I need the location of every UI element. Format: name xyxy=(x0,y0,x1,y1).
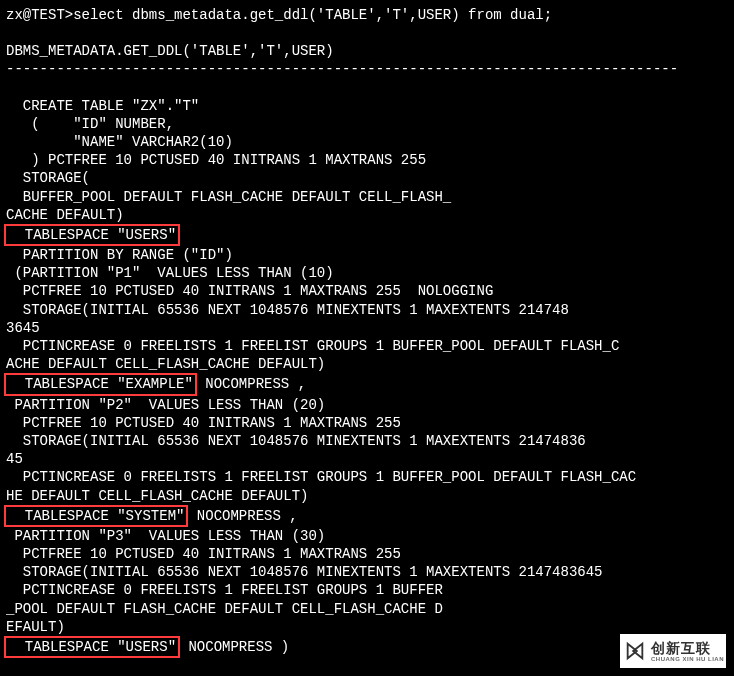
ddl-line: STORAGE(INITIAL 65536 NEXT 1048576 MINEX… xyxy=(6,432,728,450)
ddl-line: 3645 xyxy=(6,319,728,337)
watermark-text-pinyin: CHUANG XIN HU LIAN xyxy=(651,656,724,662)
ddl-line: ( "ID" NUMBER, xyxy=(6,115,728,133)
ddl-line: PCTINCREASE 0 FREELISTS 1 FREELIST GROUP… xyxy=(6,337,728,355)
ddl-line: (PARTITION "P1" VALUES LESS THAN (10) xyxy=(6,264,728,282)
ddl-line: PCTFREE 10 PCTUSED 40 INITRANS 1 MAXTRAN… xyxy=(6,414,728,432)
ddl-line: STORAGE(INITIAL 65536 NEXT 1048576 MINEX… xyxy=(6,301,728,319)
ddl-line: PCTINCREASE 0 FREELISTS 1 FREELIST GROUP… xyxy=(6,581,728,599)
ddl-line: ACHE DEFAULT CELL_FLASH_CACHE DEFAULT) xyxy=(6,355,728,373)
divider-dashes: ----------------------------------------… xyxy=(6,60,728,78)
tablespace-system-highlight: TABLESPACE "SYSTEM" xyxy=(4,505,188,527)
ddl-line: BUFFER_POOL DEFAULT FLASH_CACHE DEFAULT … xyxy=(6,188,728,206)
watermark-text-cn: 创新互联 xyxy=(651,641,724,655)
ddl-line: ) PCTFREE 10 PCTUSED 40 INITRANS 1 MAXTR… xyxy=(6,151,728,169)
ddl-line: HE DEFAULT CELL_FLASH_CACHE DEFAULT) xyxy=(6,487,728,505)
ddl-line: PARTITION "P3" VALUES LESS THAN (30) xyxy=(6,527,728,545)
ddl-line: STORAGE( xyxy=(6,169,728,187)
ddl-line: 45 xyxy=(6,450,728,468)
blank-line xyxy=(6,79,728,97)
ddl-line: TABLESPACE "SYSTEM" NOCOMPRESS , xyxy=(6,505,728,527)
ddl-line: PCTFREE 10 PCTUSED 40 INITRANS 1 MAXTRAN… xyxy=(6,282,728,300)
ddl-line: "NAME" VARCHAR2(10) xyxy=(6,133,728,151)
ddl-line: CACHE DEFAULT) xyxy=(6,206,728,224)
ddl-line: PARTITION BY RANGE ("ID") xyxy=(6,246,728,264)
ddl-line: PCTINCREASE 0 FREELISTS 1 FREELIST GROUP… xyxy=(6,468,728,486)
blank-line xyxy=(6,24,728,42)
ddl-line: TABLESPACE "USERS" xyxy=(6,224,728,246)
ddl-line: CREATE TABLE "ZX"."T" xyxy=(6,97,728,115)
ddl-tail: NOCOMPRESS ) xyxy=(180,639,289,655)
ddl-line: PCTFREE 10 PCTUSED 40 INITRANS 1 MAXTRAN… xyxy=(6,545,728,563)
ddl-tail: NOCOMPRESS , xyxy=(188,508,297,524)
ddl-line: PARTITION "P2" VALUES LESS THAN (20) xyxy=(6,396,728,414)
tablespace-users-2-highlight: TABLESPACE "USERS" xyxy=(4,636,180,658)
sql-prompt-line[interactable]: zx@TEST>select dbms_metadata.get_ddl('TA… xyxy=(6,6,728,24)
tablespace-users-1-highlight: TABLESPACE "USERS" xyxy=(4,224,180,246)
watermark-badge: 创新互联 CHUANG XIN HU LIAN xyxy=(620,634,726,668)
ddl-line: _POOL DEFAULT FLASH_CACHE DEFAULT CELL_F… xyxy=(6,600,728,618)
ddl-line: TABLESPACE "EXAMPLE" NOCOMPRESS , xyxy=(6,373,728,395)
watermark-logo-icon xyxy=(624,640,646,662)
column-header: DBMS_METADATA.GET_DDL('TABLE','T',USER) xyxy=(6,42,728,60)
tablespace-example-highlight: TABLESPACE "EXAMPLE" xyxy=(4,373,197,395)
ddl-tail: NOCOMPRESS , xyxy=(197,376,306,392)
ddl-line: STORAGE(INITIAL 65536 NEXT 1048576 MINEX… xyxy=(6,563,728,581)
